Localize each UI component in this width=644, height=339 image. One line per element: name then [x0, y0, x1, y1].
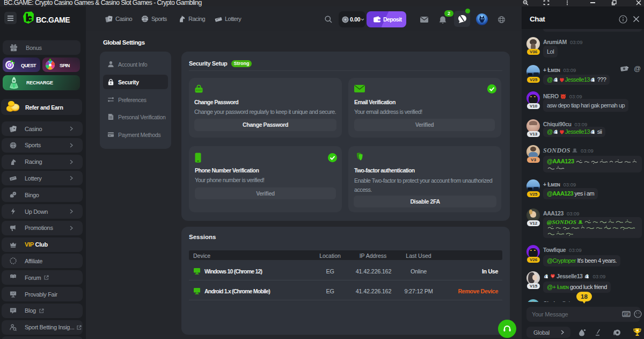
svg-text:GIF: GIF: [624, 313, 629, 316]
